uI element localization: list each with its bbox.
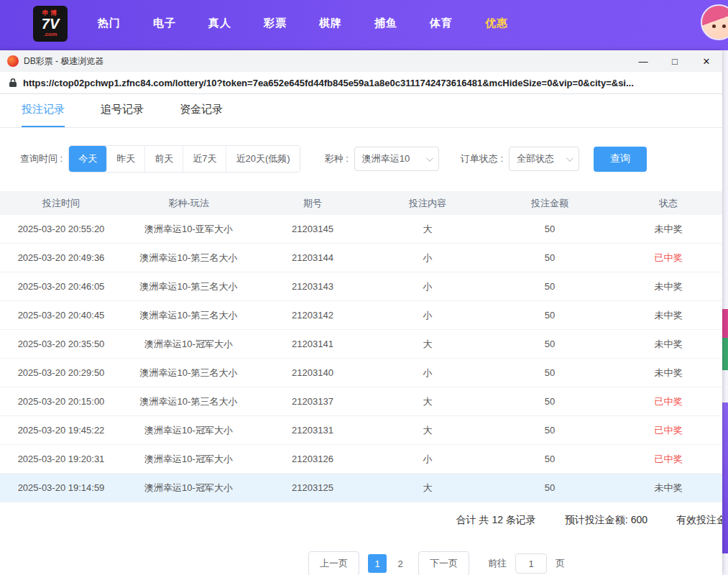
minimize-button[interactable]: — <box>627 50 659 72</box>
close-button[interactable]: ✕ <box>691 50 722 72</box>
cell-content: 大 <box>370 338 485 351</box>
cell-game: 澳洲幸运10-第三名大小 <box>122 309 255 322</box>
cell-issue: 21203137 <box>255 396 370 407</box>
table-row: 2025-03-20 20:46:05澳洲幸运10-第三名大小21203143小… <box>0 272 722 301</box>
pagination: 上一页 12 下一页 前往 页 <box>75 551 722 575</box>
cell-game: 澳洲幸运10-冠军大小 <box>122 482 255 494</box>
query-button[interactable]: 查询 <box>594 147 647 172</box>
nav-item-3[interactable]: 彩票 <box>264 17 287 30</box>
next-page-button[interactable]: 下一页 <box>418 551 469 575</box>
site-top-bar: 申博 7V .com 热门电子真人彩票棋牌捕鱼体育优惠 <box>0 0 728 50</box>
header-cell-2: 期号 <box>255 197 370 210</box>
time-option-2[interactable]: 前天 <box>145 146 183 172</box>
cell-time: 2025-03-20 19:20:31 <box>0 454 122 464</box>
cell-issue: 21203143 <box>255 281 370 292</box>
table-row: 2025-03-20 20:35:50澳洲幸运10-冠军大小21203141大5… <box>0 330 722 359</box>
cell-content: 小 <box>370 309 485 322</box>
cell-game: 澳洲幸运10-第三名大小 <box>122 280 255 293</box>
cell-amount: 50 <box>485 396 614 407</box>
lottery-select-value: 澳洲幸运10 <box>362 152 410 165</box>
cell-status: 未中奖 <box>614 482 722 494</box>
window-title: DB彩票 - 极速浏览器 <box>24 55 103 68</box>
cell-amount: 50 <box>485 310 614 321</box>
goto-page-input[interactable] <box>515 553 547 574</box>
nav-item-6[interactable]: 体育 <box>430 17 453 30</box>
cell-game: 澳洲幸运10-亚军大小 <box>122 223 255 236</box>
header-cell-0: 投注时间 <box>0 197 122 210</box>
browser-url-bar[interactable]: https://ctop02pchwp1.zfnc84.com/lottery/… <box>0 72 722 94</box>
cell-content: 小 <box>370 367 485 380</box>
cell-content: 小 <box>370 280 485 293</box>
nav-item-0[interactable]: 热门 <box>98 17 121 30</box>
window-controls: — □ ✕ <box>627 50 722 72</box>
cell-status: 已中奖 <box>614 424 722 437</box>
time-option-3[interactable]: 近7天 <box>183 146 226 172</box>
cell-game: 澳洲幸运10-第三名大小 <box>122 367 255 380</box>
goto-page-suffix: 页 <box>556 557 565 570</box>
summary-bar: 合计 共 12 条记录 预计投注金额: 600 有效投注金 <box>0 514 722 527</box>
table-row: 2025-03-20 19:20:31澳洲幸运10-冠军大小21203126小5… <box>0 445 722 474</box>
cell-content: 大 <box>370 482 485 494</box>
order-status-select[interactable]: 全部状态 <box>509 147 579 171</box>
time-option-0[interactable]: 今天 <box>69 146 107 172</box>
background-widget-pink <box>722 309 728 338</box>
cell-status: 未中奖 <box>614 223 722 236</box>
summary-expected-amount: 预计投注金额: 600 <box>565 514 648 527</box>
nav-item-5[interactable]: 捕鱼 <box>374 17 397 30</box>
table-row: 2025-03-20 19:14:59澳洲幸运10-冠军大小21203125大5… <box>0 474 722 502</box>
cell-issue: 21203145 <box>255 224 370 234</box>
lock-icon <box>9 78 17 88</box>
cell-game: 澳洲幸运10-第三名大小 <box>122 395 255 408</box>
header-cell-1: 彩种-玩法 <box>122 197 255 210</box>
page-number-2[interactable]: 2 <box>391 554 410 573</box>
cell-issue: 21203126 <box>255 454 370 464</box>
time-option-4[interactable]: 近20天(低频) <box>226 146 299 172</box>
time-filter-group: 今天昨天前天近7天近20天(低频) <box>68 145 300 172</box>
cell-game: 澳洲幸运10-第三名大小 <box>122 252 255 264</box>
tab-0[interactable]: 投注记录 <box>22 103 65 127</box>
nav-item-4[interactable]: 棋牌 <box>319 17 342 30</box>
background-widget-purple <box>722 402 728 553</box>
bet-records-table: 投注时间彩种-玩法期号投注内容投注金额状态 2025-03-20 20:55:2… <box>0 191 722 502</box>
prev-page-button[interactable]: 上一页 <box>308 551 359 575</box>
cell-game: 澳洲幸运10-冠军大小 <box>122 453 255 466</box>
nav-item-7[interactable]: 优惠 <box>485 17 508 30</box>
cell-status: 未中奖 <box>614 338 722 351</box>
cell-time: 2025-03-20 20:35:50 <box>0 339 122 349</box>
cell-amount: 50 <box>485 482 614 493</box>
table-row: 2025-03-20 19:45:22澳洲幸运10-冠军大小21203131大5… <box>0 416 722 445</box>
nav-item-2[interactable]: 真人 <box>208 17 231 30</box>
cell-content: 小 <box>370 252 485 264</box>
table-row: 2025-03-20 20:49:36澳洲幸运10-第三名大小21203144小… <box>0 244 722 272</box>
background-widget-green <box>722 338 728 370</box>
cell-amount: 50 <box>485 281 614 292</box>
cell-amount: 50 <box>485 367 614 378</box>
order-status-value: 全部状态 <box>517 152 554 165</box>
user-avatar[interactable] <box>701 4 728 40</box>
table-row: 2025-03-20 20:15:00澳洲幸运10-第三名大小21203137大… <box>0 387 722 416</box>
cell-status: 已中奖 <box>614 252 722 264</box>
header-cell-3: 投注内容 <box>370 197 485 210</box>
table-row: 2025-03-20 20:29:50澳洲幸运10-第三名大小21203140小… <box>0 359 722 387</box>
cell-time: 2025-03-20 20:40:45 <box>0 310 122 321</box>
chevron-down-icon <box>426 155 433 162</box>
nav-item-1[interactable]: 电子 <box>153 17 176 30</box>
cell-content: 大 <box>370 424 485 437</box>
lottery-select[interactable]: 澳洲幸运10 <box>354 147 439 171</box>
cell-content: 大 <box>370 395 485 408</box>
top-nav: 热门电子真人彩票棋牌捕鱼体育优惠 <box>98 17 508 30</box>
page-number-1[interactable]: 1 <box>368 554 387 573</box>
time-option-1[interactable]: 昨天 <box>107 146 145 172</box>
cell-time: 2025-03-20 19:45:22 <box>0 425 122 436</box>
cell-issue: 21203144 <box>255 252 370 263</box>
tab-2[interactable]: 资金记录 <box>180 103 223 127</box>
tab-1[interactable]: 追号记录 <box>101 103 144 127</box>
header-cell-5: 状态 <box>614 197 722 210</box>
site-logo[interactable]: 申博 7V .com <box>33 6 68 42</box>
cell-amount: 50 <box>485 454 614 464</box>
cell-time: 2025-03-20 20:29:50 <box>0 367 122 378</box>
time-filter-label: 查询时间 : <box>20 152 63 165</box>
goto-label: 前往 <box>488 557 507 570</box>
table-body: 2025-03-20 20:55:20澳洲幸运10-亚军大小21203145大5… <box>0 215 722 502</box>
maximize-button[interactable]: □ <box>659 50 691 72</box>
